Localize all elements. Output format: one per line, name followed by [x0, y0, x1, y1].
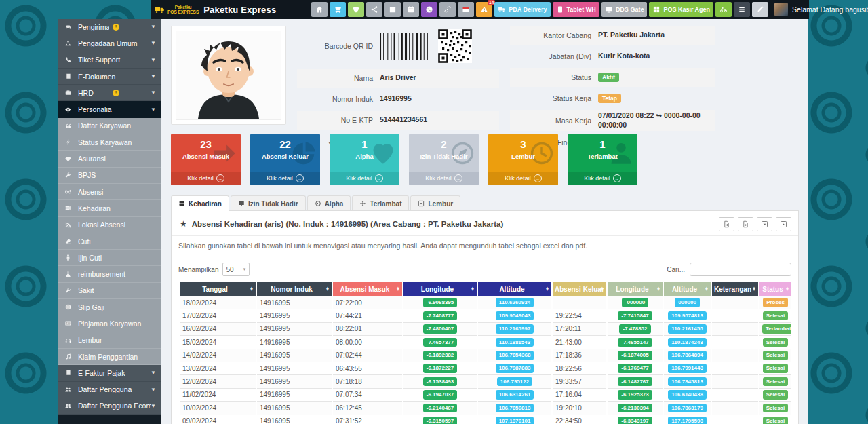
coordinate-cell: 107.1376101 — [478, 415, 551, 424]
save-button[interactable] — [384, 2, 401, 17]
sidebar-item-absensi[interactable]: Absensi — [58, 184, 161, 200]
stat-card-izin-tidak-hadir[interactable]: 2Izin Tidak HadirKlik detail→ — [409, 134, 479, 185]
edit-button[interactable] — [752, 2, 768, 17]
column-header-longitude-6[interactable]: Longitude▲▼ — [608, 282, 663, 296]
menu-list-button[interactable] — [734, 2, 750, 17]
tablet-wh-button[interactable]: Tablet WH — [553, 2, 599, 17]
pdf-file-button[interactable] — [738, 217, 753, 231]
tab-label: Alpha — [325, 200, 344, 208]
sidebar-item-ijin-cuti[interactable]: Ijin Cuti — [58, 250, 161, 266]
sidebar-item-label: Asuransi — [78, 155, 161, 163]
info-row-no-e-ktp: No E-KTP514441234561 — [297, 111, 499, 130]
column-header-longitude-3[interactable]: Longitude▲▼ — [403, 282, 477, 296]
sidebar-item-asuransi[interactable]: Asuransi — [58, 151, 161, 167]
tab-lembur[interactable]: Lembur — [410, 195, 460, 211]
stat-detail-link[interactable]: Klik detail→ — [171, 172, 241, 185]
cell — [712, 375, 758, 388]
tab-kehadiran[interactable]: Kehadiran — [171, 195, 229, 211]
stat-detail-link[interactable]: Klik detail→ — [568, 172, 637, 185]
collapse-button[interactable] — [757, 217, 772, 231]
whatsapp-button[interactable] — [421, 2, 437, 17]
sidebar-item-slip-gaji[interactable]: Slip Gaji — [58, 299, 161, 315]
sidebar-item-e-dokumen[interactable]: E-Dokumen▼ — [58, 69, 161, 85]
column-header-nomor-induk-1[interactable]: Nomor Induk▲▼ — [257, 282, 332, 296]
coordinate-cell: 000000 — [664, 296, 711, 309]
sidebar-item-pengadaan-umum[interactable]: Pengadaan Umum▼ — [58, 35, 161, 52]
expand-button[interactable] — [776, 217, 791, 231]
sidebar-item-klaim-penggantian[interactable]: Klaim Penggantian — [58, 349, 161, 365]
column-header-absensi-keluar-5[interactable]: Absensi Keluar▲▼ — [553, 282, 606, 296]
user-avatar[interactable] — [774, 3, 788, 16]
tab-izin-tidak-hadir[interactable]: Izin Tidak Hadir — [231, 195, 306, 211]
cell: 17:16:04 — [553, 389, 606, 402]
column-header-status-9[interactable]: Status▲▼ — [760, 282, 791, 296]
share-button[interactable] — [366, 2, 382, 17]
sidebar-item-label: Pinjaman Karyawan — [78, 320, 161, 328]
pda-delivery-button[interactable]: PDA Delivery — [494, 2, 550, 17]
sidebar-item-daftar-pengguna-ecom[interactable]: Daftar Pengguna Ecom▼ — [58, 398, 161, 415]
tab-alpha[interactable]: Alpha — [307, 195, 351, 211]
home-button[interactable] — [311, 2, 328, 17]
sidebar-item-pengiriman[interactable]: Pengiriman!▼ — [58, 19, 161, 35]
cart-icon — [334, 5, 342, 14]
stat-card-alpha[interactable]: 1AlphaKlik detail→ — [330, 134, 399, 185]
language-flag-button[interactable] — [458, 2, 474, 17]
column-header-altitude-7[interactable]: Altitude▲▼ — [664, 282, 711, 296]
column-header-tanggal-0[interactable]: Tanggal▲▼ — [180, 282, 256, 296]
stat-detail-link[interactable]: Klik detail→ — [409, 172, 479, 185]
column-header-keterangan-8[interactable]: Keterangan▲▼ — [712, 282, 758, 296]
stat-card-absensi-masuk[interactable]: 23Absensi MasukKlik detail→ — [171, 134, 241, 185]
link-button[interactable] — [439, 2, 456, 17]
sidebar-item-bpjs[interactable]: BPJS — [58, 168, 161, 184]
stat-card-terlambat[interactable]: 1TerlambatKlik detail→ — [568, 134, 637, 185]
sort-icon: ▲▼ — [326, 287, 330, 292]
calendar-button[interactable] — [403, 2, 419, 17]
dds-gate-button[interactable]: DDS Gate — [601, 2, 648, 17]
sidebar-item-reimbursement[interactable]: reimbursement — [58, 266, 161, 282]
table-row: 09/02/20241491699507:31:52-6.3150597107.… — [180, 415, 791, 424]
sidebar-item-pinjaman-karyawan[interactable]: Pinjaman Karyawan — [58, 315, 161, 332]
profile-section: Barcode QR IDNamaAris DriverNomor Induk1… — [171, 26, 799, 125]
sidebar-item-label: Ijin Cuti — [78, 254, 161, 262]
search-input[interactable] — [690, 263, 791, 276]
alerts-button[interactable]: 14 — [476, 2, 492, 17]
sidebar-item-e-faktur-pajak[interactable]: E-Faktur Pajak▼ — [58, 365, 161, 381]
sidebar-item-lokasi-absensi[interactable]: Lokasi Absensi — [58, 217, 161, 233]
sidebar-item-status-karyawan[interactable]: Status Karyawan — [58, 134, 161, 151]
stat-detail-link[interactable]: Klik detail→ — [488, 172, 558, 185]
tab-terlambat[interactable]: Terlambat — [352, 195, 409, 211]
value-badge: 110.2165997 — [496, 324, 534, 334]
sidebar-item-lembur[interactable]: Lembur — [58, 332, 161, 349]
server-icon — [64, 204, 72, 212]
cell: 07:22:00 — [333, 296, 402, 309]
column-header-absensi-masuk-2[interactable]: Absensi Masuk▲▼ — [333, 282, 402, 296]
stat-detail-link[interactable]: Klik detail→ — [250, 172, 320, 185]
sidebar-item-tiket-support[interactable]: Tiket Support▼ — [58, 52, 161, 69]
column-header-altitude-4[interactable]: Altitude▲▼ — [478, 282, 551, 296]
stat-detail-link[interactable]: Klik detail→ — [330, 172, 399, 185]
book-icon — [64, 73, 72, 80]
pos-kasir-agen-button[interactable]: POS Kasir Agen — [649, 2, 713, 17]
sidebar-item-daftar-pengguna[interactable]: Daftar Pengguna▼ — [58, 382, 161, 398]
sidebar-item-cuti[interactable]: Cuti — [58, 233, 161, 250]
sidebar-item-personalia[interactable]: Personalia▼ — [58, 101, 161, 117]
stat-card-absensi-keluar[interactable]: 22Absensi KeluarKlik detail→ — [250, 134, 320, 185]
sidebar-item-sakit[interactable]: Sakit — [58, 283, 161, 299]
favorites-button[interactable] — [348, 2, 364, 17]
chevron-down-icon: ▼ — [151, 387, 156, 393]
sidebar-item-daftar-karyawan[interactable]: Daftar Karyawan — [58, 118, 161, 134]
courier-button[interactable] — [715, 2, 732, 17]
sidebar-item-hrd[interactable]: HRD!▼ — [58, 85, 161, 101]
excel-file-button[interactable] — [719, 217, 734, 231]
chevron-down-icon: ▼ — [151, 107, 156, 113]
chevron-down-icon: ▼ — [151, 24, 156, 30]
sidebar-item-label: Klaim Penggantian — [78, 353, 161, 361]
bolt-icon — [64, 138, 72, 146]
sidebar-item-kehadiran[interactable]: Kehadiran — [58, 200, 161, 216]
value-badge: 109.9549043 — [496, 311, 534, 321]
status-cell: Selesai — [760, 375, 791, 388]
page-length-select[interactable]: 50 ▼ — [222, 263, 250, 276]
cart-button[interactable] — [330, 2, 346, 17]
calendar-icon — [407, 5, 415, 14]
stat-card-lembur[interactable]: 3LemburKlik detail→ — [488, 134, 558, 185]
